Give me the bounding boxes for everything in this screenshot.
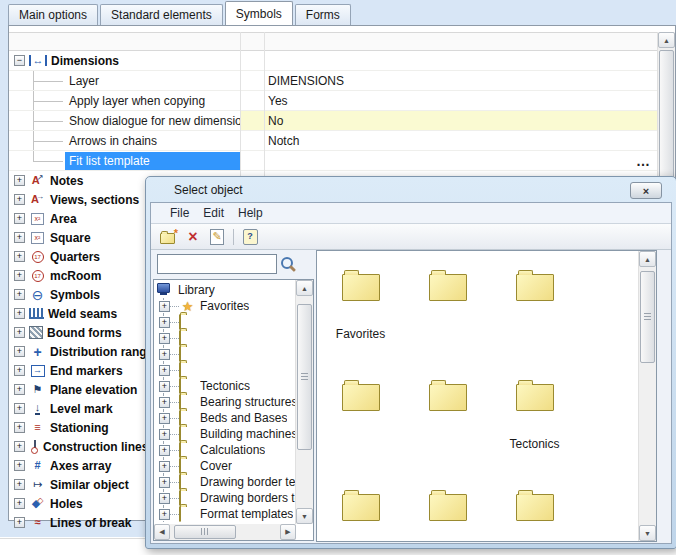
expand-box[interactable]: + xyxy=(14,232,25,243)
scroll-up-button[interactable]: ▲ xyxy=(658,32,675,48)
library-node-format-templates[interactable]: +Format templates xyxy=(154,506,296,522)
tree-item-label[interactable]: Symbols xyxy=(50,288,100,302)
library-node-folder[interactable]: + xyxy=(154,330,296,346)
tree-item-label[interactable]: Level mark xyxy=(50,402,113,416)
tree-item-label[interactable]: Stationing xyxy=(50,421,109,435)
node-label[interactable]: Cover xyxy=(200,459,232,473)
property-row[interactable]: LayerDIMENSIONS xyxy=(9,71,657,91)
property-name[interactable]: Show dialogue for new dimension xyxy=(65,112,240,130)
expand-box[interactable]: + xyxy=(159,349,170,360)
new-object-button[interactable] xyxy=(157,226,181,247)
group-label[interactable]: Dimensions xyxy=(51,54,119,68)
tree-item-label[interactable]: Construction lines xyxy=(43,440,148,454)
tree-item-label[interactable]: mcRoom xyxy=(50,269,101,283)
expand-box[interactable]: + xyxy=(14,460,25,471)
expand-box[interactable]: + xyxy=(14,194,25,205)
expand-box[interactable]: + xyxy=(14,251,25,262)
node-label[interactable]: Calculations xyxy=(200,443,265,457)
expand-box[interactable]: + xyxy=(159,317,170,328)
folder-item[interactable] xyxy=(317,384,404,494)
library-node-beds-and-bases[interactable]: +Beds and Bases xyxy=(154,410,296,426)
node-label[interactable]: Drawing borders te xyxy=(200,491,296,505)
search-button[interactable] xyxy=(279,255,297,273)
node-label[interactable]: Bearing structures xyxy=(200,395,296,409)
contents-vertical-scrollbar[interactable]: ▲ ▼ xyxy=(638,251,656,541)
folder-item[interactable] xyxy=(317,494,404,542)
tab-standard-elements[interactable]: Standard elements xyxy=(100,4,223,25)
expand-box[interactable]: + xyxy=(159,365,170,376)
expand-box[interactable]: + xyxy=(14,479,25,490)
browse-ellipsis-button[interactable]: … xyxy=(636,151,651,170)
tree-item-label[interactable]: Views, sections xyxy=(50,193,139,207)
node-label[interactable]: Tectonics xyxy=(200,379,250,393)
tab-symbols[interactable]: Symbols xyxy=(225,1,293,25)
expand-box[interactable]: + xyxy=(14,441,25,452)
tree-item-label[interactable]: End markers xyxy=(50,364,123,378)
expand-box[interactable]: + xyxy=(159,381,170,392)
folder-item-tectonics[interactable]: Tectonics xyxy=(491,384,578,494)
expand-box[interactable]: + xyxy=(14,327,25,338)
expand-box[interactable]: + xyxy=(159,413,170,424)
dialog-titlebar[interactable]: Select object × xyxy=(146,177,676,202)
tree-item-label[interactable]: Holes xyxy=(50,497,83,511)
expand-box[interactable]: + xyxy=(159,493,170,504)
close-button[interactable]: × xyxy=(630,182,662,199)
folder-item[interactable] xyxy=(491,274,578,384)
tree-horizontal-scrollbar[interactable]: ◀ ▶ xyxy=(154,524,296,540)
tree-item-label[interactable]: Bound forms xyxy=(47,326,122,340)
node-label[interactable]: Beds and Bases xyxy=(200,411,287,425)
scroll-up-button[interactable]: ▲ xyxy=(296,280,313,296)
library-node-bearing-structures[interactable]: +Bearing structures xyxy=(154,394,296,410)
expand-box[interactable]: + xyxy=(14,384,25,395)
node-label[interactable]: Favorites xyxy=(200,299,249,313)
library-node-favorites[interactable]: +★Favorites xyxy=(154,298,296,314)
scroll-right-button[interactable]: ▶ xyxy=(280,524,296,540)
folder-item[interactable] xyxy=(404,384,491,494)
node-label[interactable]: Library xyxy=(178,283,215,297)
property-value[interactable]: Notch xyxy=(268,134,299,148)
menu-item-edit[interactable]: Edit xyxy=(196,206,231,220)
property-row[interactable]: Show dialogue for new dimensionNo xyxy=(9,111,657,131)
expand-box[interactable]: + xyxy=(14,213,25,224)
tree-item-label[interactable]: Quarters xyxy=(50,250,100,264)
library-node-library[interactable]: Library xyxy=(154,282,296,298)
expand-box[interactable]: + xyxy=(14,346,25,357)
tree-item-label[interactable]: Weld seams xyxy=(48,307,117,321)
expand-box[interactable]: + xyxy=(14,308,25,319)
node-label[interactable]: Format templates xyxy=(200,507,293,521)
search-input[interactable] xyxy=(157,254,277,274)
scroll-down-button[interactable]: ▼ xyxy=(296,508,313,524)
node-label[interactable]: Building machines xyxy=(200,427,296,441)
library-node-drawing-border-ter[interactable]: +Drawing border ter xyxy=(154,474,296,490)
tree-group-row[interactable]: −↔Dimensions xyxy=(9,51,657,71)
folder-item-favorites[interactable]: Favorites xyxy=(317,274,404,384)
expand-box[interactable]: + xyxy=(14,365,25,376)
scroll-down-button[interactable]: ▼ xyxy=(639,525,656,541)
expand-box[interactable]: + xyxy=(159,477,170,488)
property-value[interactable]: No xyxy=(268,114,283,128)
scroll-thumb[interactable] xyxy=(297,304,312,450)
library-node-calculations[interactable]: +Calculations xyxy=(154,442,296,458)
tree-item-label[interactable]: Notes xyxy=(50,174,83,188)
property-value[interactable]: DIMENSIONS xyxy=(268,74,344,88)
property-value[interactable]: Yes xyxy=(268,94,288,108)
expand-box[interactable]: + xyxy=(159,333,170,344)
property-name[interactable]: Fit list template xyxy=(65,152,240,170)
tree-item-label[interactable]: Similar object xyxy=(50,478,129,492)
expand-box[interactable]: + xyxy=(14,175,25,186)
scroll-up-button[interactable]: ▲ xyxy=(639,251,656,267)
tree-vertical-scrollbar[interactable]: ▲ ▼ xyxy=(295,280,313,524)
expand-box[interactable]: + xyxy=(14,270,25,281)
tree-item-label[interactable]: Distribution range xyxy=(50,345,153,359)
folder-item[interactable] xyxy=(491,494,578,542)
expand-box[interactable]: + xyxy=(14,517,25,528)
library-node-folder[interactable]: + xyxy=(154,314,296,330)
scroll-thumb[interactable] xyxy=(174,525,236,539)
expand-box[interactable]: + xyxy=(159,429,170,440)
library-node-drawing-borders-te[interactable]: +Drawing borders te xyxy=(154,490,296,506)
expand-box[interactable]: + xyxy=(159,461,170,472)
edit-button[interactable]: ✎ xyxy=(205,226,229,247)
delete-button[interactable]: × xyxy=(181,226,205,247)
tab-forms[interactable]: Forms xyxy=(295,4,351,25)
tree-item-label[interactable]: Square xyxy=(50,231,91,245)
